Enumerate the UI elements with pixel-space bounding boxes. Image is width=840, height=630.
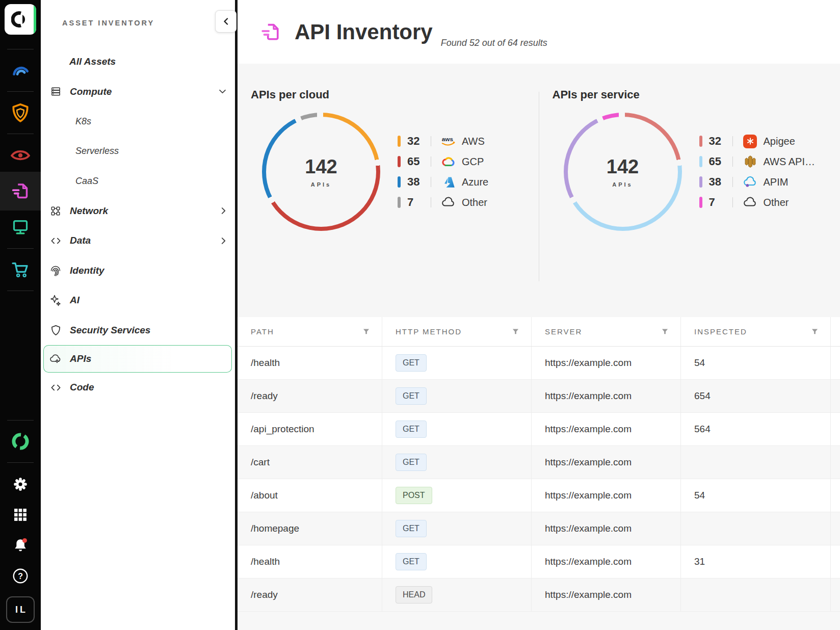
apis-per-cloud-donut[interactable]: 142 APIs: [262, 113, 380, 231]
table-row[interactable]: /health GET https://example.com 54: [238, 347, 840, 380]
legend-value: 38: [407, 175, 431, 189]
sidebar-item-code[interactable]: Code: [41, 373, 235, 403]
divider: [7, 462, 34, 463]
donut-center: 142 APIs: [564, 113, 682, 231]
legend-item-aws-api-gateway[interactable]: 65 AWS: [699, 151, 816, 172]
sidebar-item-apis[interactable]: APIs: [43, 345, 232, 373]
gauge-icon[interactable]: [8, 59, 33, 82]
column-header-path[interactable]: PATH: [238, 317, 382, 346]
eye-icon[interactable]: [8, 143, 33, 167]
divider: [7, 420, 34, 421]
legend-item-aws[interactable]: 32 aws AWS: [398, 131, 488, 151]
chevron-right-icon: [221, 207, 226, 214]
filter-icon[interactable]: [811, 328, 818, 335]
sidebar-item-caas[interactable]: CaaS: [41, 166, 235, 196]
sidebar-item-k8s[interactable]: K8s: [41, 107, 235, 137]
aws-api-gateway-logo: [742, 154, 758, 169]
legend-item-apigee[interactable]: 32: [699, 131, 816, 151]
table-row[interactable]: /ready GET https://example.com 654: [238, 380, 840, 413]
filter-icon[interactable]: [512, 328, 519, 335]
sidebar-item-compute[interactable]: Compute: [41, 77, 235, 107]
apps-grid-icon[interactable]: [8, 503, 33, 527]
legend-value: 65: [709, 155, 732, 168]
charts-panel: APIs per cloud 142 APIs 32: [238, 64, 840, 317]
legend-item-apim[interactable]: 38 APIM: [699, 172, 816, 192]
donut-total: 142: [305, 156, 337, 178]
sidebar-item-label: Data: [70, 235, 91, 246]
legend-label: AWS: [462, 136, 485, 147]
table-row[interactable]: /health GET https://example.com 31: [238, 545, 840, 579]
legend-swatch: [398, 136, 401, 147]
inspected-cell: 31: [681, 545, 831, 578]
shield-outline-icon: [49, 324, 62, 336]
sidebar-item-identity[interactable]: Identity: [41, 256, 235, 286]
legend-item-gcp[interactable]: 65: [398, 151, 488, 172]
ring-logo-icon[interactable]: [8, 430, 33, 453]
filter-icon[interactable]: [363, 328, 370, 335]
sidebar-item-serverless[interactable]: Serverless: [41, 137, 235, 167]
cloud-outline-icon: [440, 195, 457, 209]
brand-logo[interactable]: [5, 4, 36, 35]
donut-unit: APIs: [311, 181, 331, 188]
sidebar-item-security-services[interactable]: Security Services: [41, 316, 235, 346]
donut-center: 142 APIs: [262, 113, 380, 231]
help-icon[interactable]: ?: [8, 564, 33, 588]
column-label: INSPECTED: [694, 327, 747, 336]
sidebar-item-ai[interactable]: AI: [41, 285, 235, 316]
method-badge: HEAD: [396, 586, 432, 603]
legend-item-azure[interactable]: 38: [398, 172, 488, 192]
legend-swatch: [398, 176, 401, 188]
column-label: PATH: [251, 327, 274, 336]
divider: [7, 49, 34, 49]
fingerprint-icon: [49, 265, 62, 277]
legend-item-other-cloud[interactable]: 7 Other: [398, 192, 488, 213]
legend-swatch: [699, 197, 702, 208]
sidebar-item-label: Identity: [70, 265, 104, 276]
shield-icon[interactable]: [8, 101, 33, 124]
server-cell: https://example.com: [532, 512, 681, 545]
path-cell: /homepage: [238, 512, 382, 545]
divider: [732, 156, 733, 167]
divider: [7, 91, 34, 92]
legend-swatch: [699, 176, 702, 188]
donut-unit: APIs: [612, 181, 633, 188]
sidebar-collapse-button[interactable]: [215, 10, 237, 33]
column-header-server[interactable]: SERVER: [532, 317, 681, 346]
divider: [431, 136, 431, 146]
legend-label: Other: [462, 197, 487, 208]
chevron-right-icon: [221, 238, 226, 244]
server-cell: https://example.com: [532, 380, 681, 412]
filter-icon[interactable]: [662, 328, 668, 335]
sidebar-item-label: K8s: [75, 116, 91, 127]
sparkles-icon: [49, 294, 62, 306]
table-row[interactable]: /api_protection GET https://example.com …: [238, 413, 840, 446]
table-row[interactable]: /ready HEAD https://example.com: [238, 579, 840, 612]
column-header-inspected[interactable]: INSPECTED: [681, 317, 831, 346]
sidebar-item-network[interactable]: Network: [41, 196, 235, 226]
legend-item-other-service[interactable]: 7 Other: [699, 192, 816, 213]
sidebar-header: ASSET INVENTORY: [41, 0, 235, 46]
legend-value: 32: [709, 135, 732, 148]
sidebar-item-label: Compute: [70, 86, 112, 97]
avatar[interactable]: IL: [6, 596, 35, 623]
table-row[interactable]: /cart GET https://example.com: [238, 446, 840, 479]
table-row[interactable]: /about POST https://example.com 54: [238, 479, 840, 512]
apim-logo: [742, 175, 758, 189]
settings-gear-icon[interactable]: [8, 472, 33, 496]
table-row[interactable]: /homepage GET https://example.com: [238, 512, 840, 545]
cart-icon[interactable]: [8, 258, 33, 281]
inspected-cell: 54: [681, 479, 831, 512]
monitor-icon[interactable]: [8, 216, 33, 239]
legend-value: 7: [709, 196, 732, 209]
sidebar-item-label: APIs: [70, 353, 91, 364]
column-header-http-method[interactable]: HTTP METHOD: [382, 317, 532, 346]
rail-item-api-inventory-active[interactable]: [0, 172, 41, 211]
icon-rail: ? IL: [0, 0, 41, 630]
cloud-outline-icon: [742, 195, 758, 209]
apis-per-service-donut[interactable]: 142 APIs: [564, 113, 682, 231]
notifications-bell-icon[interactable]: [8, 534, 33, 557]
sidebar-item-data[interactable]: Data: [41, 226, 235, 256]
legend-label: Apigee: [764, 136, 795, 147]
method-badge: GET: [396, 520, 427, 537]
sidebar-item-all-assets[interactable]: All Assets: [41, 47, 235, 77]
